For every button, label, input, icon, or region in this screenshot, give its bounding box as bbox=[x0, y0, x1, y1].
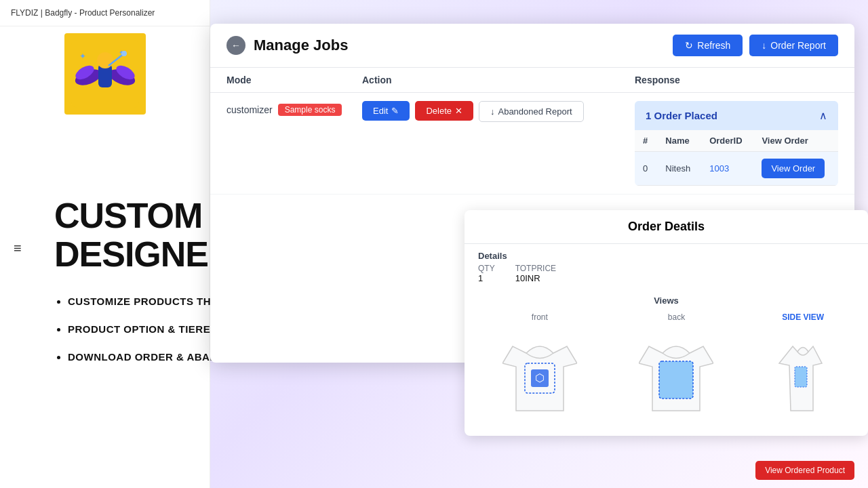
edit-button[interactable]: Edit ✎ bbox=[362, 101, 410, 121]
refresh-button[interactable]: ↻ Refresh bbox=[673, 35, 743, 56]
views-section: Views front ⬡ back bbox=[465, 290, 868, 422]
mode-cell: customizer Sample socks bbox=[226, 101, 362, 116]
back-view: back bbox=[639, 312, 713, 417]
mode-label: customizer bbox=[226, 104, 273, 115]
order-placed-text: 1 Order Placed bbox=[646, 110, 717, 121]
back-arrow-icon: ← bbox=[231, 40, 241, 51]
order-name: Nitesh bbox=[657, 152, 701, 186]
order-placed-header: 1 Order Placed ∧ bbox=[635, 101, 838, 130]
abandoned-label: Abandoned Report bbox=[498, 106, 572, 117]
views-title: Views bbox=[478, 296, 854, 306]
totprice-value: 10INR bbox=[515, 273, 556, 283]
front-label: front bbox=[502, 312, 577, 322]
col-mode: Mode bbox=[226, 75, 362, 85]
order-id-link[interactable]: 1003 bbox=[709, 163, 729, 174]
logo-svg: ✦ ✦ bbox=[71, 40, 139, 108]
store-header: FLYDIZ | Badgfly - Product Personalizer bbox=[0, 0, 210, 26]
svg-text:⬡: ⬡ bbox=[535, 372, 545, 384]
side-tshirt-svg bbox=[776, 326, 830, 414]
front-view: front ⬡ bbox=[502, 312, 577, 417]
col-response: Response bbox=[635, 75, 838, 85]
col-hash: # bbox=[635, 130, 657, 152]
order-details-panel: Order Deatils Details QTY 1 TOTPRICE 10I… bbox=[465, 210, 868, 436]
side-view-label: SIDE VIEW bbox=[776, 312, 830, 322]
totprice-label: TOTPRICE bbox=[515, 264, 556, 273]
header-buttons: ↻ Refresh ↓ Order Report bbox=[673, 35, 838, 56]
store-title: FLYDIZ | Badgfly - Product Personalizer bbox=[11, 8, 155, 18]
table-header: Mode Action Response bbox=[210, 68, 854, 93]
refresh-label: Refresh bbox=[697, 40, 730, 51]
modal-title-area: ← Manage Jobs bbox=[226, 36, 348, 55]
col-view-order: View Order bbox=[753, 130, 838, 152]
delete-button[interactable]: Delete ✕ bbox=[415, 101, 473, 121]
refresh-icon: ↻ bbox=[685, 40, 693, 51]
qty-label: QTY bbox=[478, 264, 495, 273]
views-row: front ⬡ back bbox=[478, 312, 854, 417]
svg-point-10 bbox=[121, 51, 127, 56]
svg-rect-27 bbox=[795, 367, 807, 387]
download-small-icon: ↓ bbox=[490, 106, 495, 117]
front-tshirt-svg: ⬡ bbox=[502, 326, 577, 414]
delete-label: Delete bbox=[426, 106, 452, 116]
totprice-block: TOTPRICE 10INR bbox=[515, 264, 556, 283]
back-tshirt-svg bbox=[639, 326, 713, 414]
details-section: Details QTY 1 TOTPRICE 10INR bbox=[465, 244, 868, 290]
store-logo: ✦ ✦ bbox=[64, 33, 146, 115]
qty-value: 1 bbox=[478, 273, 495, 283]
qty-price-row: QTY 1 TOTPRICE 10INR bbox=[478, 264, 854, 283]
edit-icon: ✎ bbox=[391, 106, 399, 116]
hamburger-icon[interactable]: ≡ bbox=[14, 241, 22, 256]
right-view: SIDE VIEW bbox=[776, 312, 830, 417]
order-row-0: 0 Nitesh 1003 View Order bbox=[635, 152, 838, 186]
modal-title: Manage Jobs bbox=[254, 37, 348, 54]
order-details-title: Order Deatils bbox=[465, 210, 868, 244]
view-ordered-product-button[interactable]: View Ordered Product bbox=[755, 461, 854, 480]
order-report-label: Order Report bbox=[770, 40, 826, 51]
edit-label: Edit bbox=[373, 106, 388, 116]
order-report-button[interactable]: ↓ Order Report bbox=[749, 35, 838, 56]
back-label: back bbox=[639, 312, 713, 322]
table-row: customizer Sample socks Edit ✎ Delete ✕ … bbox=[210, 93, 854, 195]
abandoned-report-button[interactable]: ↓ Abandoned Report bbox=[479, 101, 584, 122]
orders-table: # Name OrderID View Order 0 Nitesh 1003 … bbox=[635, 130, 838, 186]
action-cell: Edit ✎ Delete ✕ ↓ Abandoned Report bbox=[362, 101, 635, 122]
svg-point-6 bbox=[97, 52, 113, 68]
delete-icon: ✕ bbox=[455, 106, 462, 116]
qty-block: QTY 1 bbox=[478, 264, 495, 283]
svg-text:✦: ✦ bbox=[79, 52, 86, 61]
back-button[interactable]: ← bbox=[226, 36, 245, 55]
modal-header: ← Manage Jobs ↻ Refresh ↓ Order Report bbox=[210, 24, 854, 68]
details-label: Details bbox=[478, 251, 854, 261]
col-order-id: OrderID bbox=[701, 130, 753, 152]
svg-rect-26 bbox=[659, 361, 693, 399]
chevron-up-icon: ∧ bbox=[819, 109, 827, 122]
order-hash: 0 bbox=[635, 152, 657, 186]
col-name: Name bbox=[657, 130, 701, 152]
sample-badge: Sample socks bbox=[278, 104, 342, 116]
view-order-button[interactable]: View Order bbox=[762, 159, 825, 178]
response-cell: 1 Order Placed ∧ # Name OrderID View Ord… bbox=[635, 101, 838, 186]
col-action: Action bbox=[362, 75, 635, 85]
download-icon: ↓ bbox=[762, 40, 766, 51]
